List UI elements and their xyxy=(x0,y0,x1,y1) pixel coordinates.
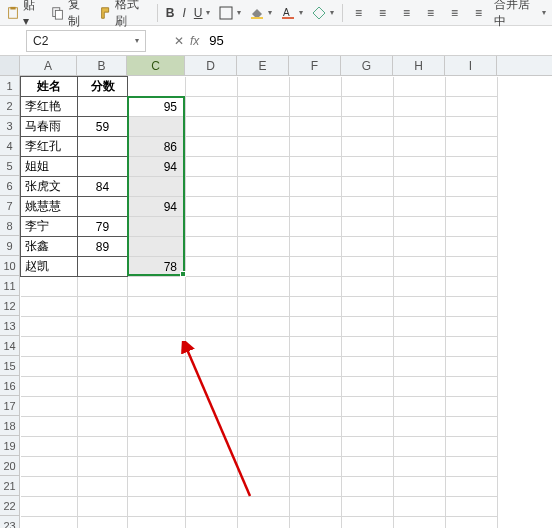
cell-F5[interactable] xyxy=(290,157,342,177)
cell-F19[interactable] xyxy=(290,437,342,457)
cell-C5[interactable]: 94 xyxy=(128,157,186,177)
row-header[interactable]: 18 xyxy=(0,416,19,436)
cell-E8[interactable] xyxy=(238,217,290,237)
cell-G23[interactable] xyxy=(342,517,394,529)
cell-E10[interactable] xyxy=(238,257,290,277)
cell-E11[interactable] xyxy=(238,277,290,297)
cell-G2[interactable] xyxy=(342,97,394,117)
cell-C13[interactable] xyxy=(128,317,186,337)
cell-C7[interactable]: 94 xyxy=(128,197,186,217)
cell-I15[interactable] xyxy=(446,357,498,377)
cell-B3[interactable]: 59 xyxy=(78,117,128,137)
cell-A7[interactable]: 姚慧慧 xyxy=(21,197,78,217)
row-header[interactable]: 2 xyxy=(0,96,19,116)
cell-I23[interactable] xyxy=(446,517,498,529)
cell-D7[interactable] xyxy=(186,197,238,217)
cell-F7[interactable] xyxy=(290,197,342,217)
row-header[interactable]: 8 xyxy=(0,216,19,236)
cell-A11[interactable] xyxy=(21,277,78,297)
cell-D17[interactable] xyxy=(186,397,238,417)
cell-G8[interactable] xyxy=(342,217,394,237)
cell-C23[interactable] xyxy=(128,517,186,529)
cell-D23[interactable] xyxy=(186,517,238,529)
row-header[interactable]: 7 xyxy=(0,196,19,216)
cell-A1[interactable]: 姓名 xyxy=(21,77,78,97)
cell-I8[interactable] xyxy=(446,217,498,237)
cell-F22[interactable] xyxy=(290,497,342,517)
cell-I11[interactable] xyxy=(446,277,498,297)
underline-button[interactable]: U▾ xyxy=(190,4,214,22)
cell-G17[interactable] xyxy=(342,397,394,417)
cell-A18[interactable] xyxy=(21,417,78,437)
cell-A6[interactable]: 张虎文 xyxy=(21,177,78,197)
cell-C19[interactable] xyxy=(128,437,186,457)
cell-B22[interactable] xyxy=(78,497,128,517)
cell-D10[interactable] xyxy=(186,257,238,277)
cell-E5[interactable] xyxy=(238,157,290,177)
cell-D1[interactable] xyxy=(186,77,238,97)
col-header-G[interactable]: G xyxy=(341,56,393,75)
formula-input[interactable]: 95 xyxy=(209,33,552,48)
cell-I18[interactable] xyxy=(446,417,498,437)
col-header-E[interactable]: E xyxy=(237,56,289,75)
row-header[interactable]: 23 xyxy=(0,516,19,528)
cell-I20[interactable] xyxy=(446,457,498,477)
cell-I2[interactable] xyxy=(446,97,498,117)
cell-B4[interactable] xyxy=(78,137,128,157)
row-header[interactable]: 11 xyxy=(0,276,19,296)
cell-A3[interactable]: 马春雨 xyxy=(21,117,78,137)
cell-G9[interactable] xyxy=(342,237,394,257)
cell-E19[interactable] xyxy=(238,437,290,457)
cell-D6[interactable] xyxy=(186,177,238,197)
cell-B23[interactable] xyxy=(78,517,128,529)
cell-E3[interactable] xyxy=(238,117,290,137)
align-mid-button[interactable]: ≡ xyxy=(370,3,394,23)
fx-icon[interactable]: fx xyxy=(190,34,199,48)
cell-E14[interactable] xyxy=(238,337,290,357)
cell-F11[interactable] xyxy=(290,277,342,297)
cell-B17[interactable] xyxy=(78,397,128,417)
cell-A17[interactable] xyxy=(21,397,78,417)
cell-H23[interactable] xyxy=(394,517,446,529)
col-header-B[interactable]: B xyxy=(77,56,127,75)
cell-A21[interactable] xyxy=(21,477,78,497)
cell-A12[interactable] xyxy=(21,297,78,317)
cell-G5[interactable] xyxy=(342,157,394,177)
col-header-D[interactable]: D xyxy=(185,56,237,75)
col-header-A[interactable]: A xyxy=(20,56,77,75)
paste-button[interactable]: 贴 ▾ xyxy=(2,0,47,30)
cell-C12[interactable] xyxy=(128,297,186,317)
cell-A9[interactable]: 张鑫 xyxy=(21,237,78,257)
row-header[interactable]: 3 xyxy=(0,116,19,136)
cell-B2[interactable] xyxy=(78,97,128,117)
cell-H15[interactable] xyxy=(394,357,446,377)
cell-H3[interactable] xyxy=(394,117,446,137)
format-painter-button[interactable]: 格式刷 xyxy=(94,0,153,32)
cell-F18[interactable] xyxy=(290,417,342,437)
cell-I21[interactable] xyxy=(446,477,498,497)
cell-B5[interactable] xyxy=(78,157,128,177)
cell-G10[interactable] xyxy=(342,257,394,277)
cell-C18[interactable] xyxy=(128,417,186,437)
cell-I4[interactable] xyxy=(446,137,498,157)
cell-C8[interactable] xyxy=(128,217,186,237)
italic-button[interactable]: I xyxy=(178,4,189,22)
cell-E1[interactable] xyxy=(238,77,290,97)
cell-F9[interactable] xyxy=(290,237,342,257)
align-top-button[interactable]: ≡ xyxy=(346,3,370,23)
cell-H20[interactable] xyxy=(394,457,446,477)
row-header[interactable]: 1 xyxy=(0,76,19,96)
font-color-button[interactable]: A▾ xyxy=(276,3,307,23)
cell-I10[interactable] xyxy=(446,257,498,277)
cell-H1[interactable] xyxy=(394,77,446,97)
cell-C21[interactable] xyxy=(128,477,186,497)
cell-F14[interactable] xyxy=(290,337,342,357)
merge-center-button[interactable]: 合并居中▾ xyxy=(490,0,550,32)
cell-C3[interactable] xyxy=(128,117,186,137)
cell-D8[interactable] xyxy=(186,217,238,237)
cell-I17[interactable] xyxy=(446,397,498,417)
cell-E12[interactable] xyxy=(238,297,290,317)
cell-F12[interactable] xyxy=(290,297,342,317)
cell-F10[interactable] xyxy=(290,257,342,277)
cancel-edit-icon[interactable]: ✕ xyxy=(174,34,184,48)
